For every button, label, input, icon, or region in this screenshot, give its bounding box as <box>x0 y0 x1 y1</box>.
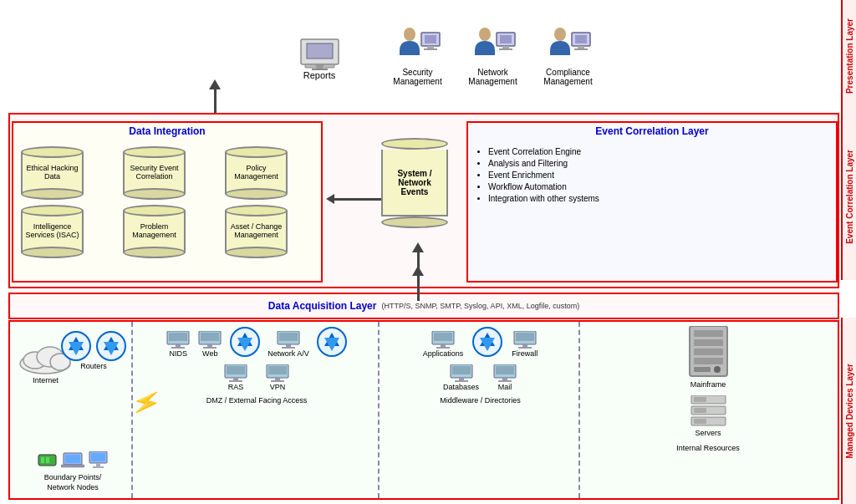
data-integration-box: Data Integration Ethical HackingData Sec… <box>12 121 323 283</box>
routers-area: Routers <box>60 330 127 370</box>
svg-rect-52 <box>279 333 298 341</box>
ecl-item-4: Workflow Automation <box>488 182 828 191</box>
ras-label: RAS <box>228 383 244 391</box>
event-corr-title: Event Correlation Layer <box>468 123 836 140</box>
svg-rect-75 <box>522 344 527 347</box>
svg-rect-19 <box>574 48 588 50</box>
security-mgmt-icon <box>393 26 443 68</box>
mail-device: Mail <box>492 364 517 391</box>
svg-rect-60 <box>233 378 238 380</box>
servers-device: Servers <box>583 395 833 437</box>
v-line-3 <box>417 276 420 301</box>
security-management: Security Management <box>393 26 443 86</box>
ras-icon <box>223 364 248 383</box>
network-mgmt-icon <box>468 26 518 68</box>
servers-icon <box>690 395 727 429</box>
network-management: Network Management <box>468 26 518 86</box>
svg-rect-9 <box>424 48 437 50</box>
data-integration-title: Data Integration <box>13 123 321 140</box>
managed-devices-layer-label: Managed Devices Layer <box>841 318 856 504</box>
dashed-divider-3 <box>578 322 580 498</box>
app-router <box>471 326 503 358</box>
svg-rect-82 <box>496 366 514 374</box>
data-acq-section: Data Acquisition Layer (HTTP/S, SNMP, SM… <box>8 293 839 319</box>
event-correlation-layer-label: Event Correlation Layer <box>841 113 856 280</box>
svg-rect-12 <box>500 35 512 43</box>
dmz-area: NIDS Web <box>135 326 378 405</box>
firewall-device: Firewall <box>512 331 538 358</box>
svg-rect-38 <box>96 463 100 466</box>
event-corr-inner-box: Event Correlation Layer Event Correlatio… <box>466 121 838 283</box>
boundary-icons <box>14 451 131 470</box>
managed-devices-section: Internet Routers <box>8 320 839 500</box>
svg-rect-78 <box>452 366 471 374</box>
svg-rect-80 <box>455 380 468 382</box>
db-bottom <box>225 188 288 200</box>
system-network-cylinder: System /NetworkEvents <box>381 138 448 228</box>
arrowhead-left <box>326 194 334 204</box>
app-firewall-area: Applications Firewall <box>382 326 578 405</box>
reports-area: Reports <box>297 33 343 80</box>
svg-rect-41 <box>169 333 187 341</box>
svg-rect-79 <box>459 378 464 380</box>
db-top <box>225 146 288 158</box>
svg-rect-43 <box>171 347 185 349</box>
svg-rect-63 <box>268 366 287 374</box>
routers-label: Routers <box>80 362 107 370</box>
router-icon-1 <box>60 330 92 362</box>
svg-rect-88 <box>694 349 723 355</box>
svg-rect-67 <box>434 333 452 341</box>
web-device: Web <box>197 331 222 358</box>
svg-rect-74 <box>516 333 534 341</box>
web-icon <box>197 331 222 349</box>
svg-rect-69 <box>436 347 450 349</box>
compliance-mgmt-label: Compliance Management <box>543 68 592 86</box>
app-row: Applications Firewall <box>382 326 578 358</box>
databases-icon <box>449 364 474 383</box>
sn-bottom <box>381 216 448 228</box>
db-problem: ProblemManagement <box>119 205 190 258</box>
svg-point-90 <box>714 366 721 373</box>
db-top <box>21 205 84 216</box>
ecl-item-5: Integration with other systems <box>488 194 828 203</box>
ras-vpn-row: RAS VPN <box>135 364 378 391</box>
svg-rect-86 <box>694 330 723 337</box>
nids-icon <box>166 331 191 349</box>
app-icon <box>431 331 456 349</box>
svg-rect-76 <box>518 347 532 349</box>
db-bottom <box>123 188 186 200</box>
db-intelligence: IntelligenceServices (ISAC) <box>17 205 88 258</box>
db-bottom <box>123 247 186 258</box>
svg-rect-31 <box>41 457 44 463</box>
db-top <box>123 146 186 158</box>
arrowhead-up-3 <box>412 266 424 276</box>
middleware-label: Middleware / Directories <box>440 396 521 405</box>
svg-point-10 <box>479 28 491 41</box>
vpn-label: VPN <box>270 383 286 391</box>
svg-rect-65 <box>271 380 284 382</box>
ecl-item-1: Event Correlation Engine <box>488 147 828 156</box>
internal-label: Internal Resources <box>676 444 740 452</box>
svg-rect-46 <box>207 344 212 347</box>
applications-device: Applications <box>423 331 464 358</box>
databases-label: Databases <box>443 383 479 391</box>
svg-point-15 <box>554 28 566 41</box>
svg-rect-7 <box>425 35 436 43</box>
nids-label: NIDS <box>169 349 187 358</box>
arrow-up-from-managed <box>412 266 424 301</box>
svg-rect-89 <box>694 358 723 364</box>
mail-icon <box>492 364 517 383</box>
svg-rect-18 <box>578 46 584 48</box>
svg-rect-53 <box>286 344 291 347</box>
databases-device: Databases <box>443 364 479 391</box>
sn-body: System /NetworkEvents <box>381 150 448 216</box>
internal-label-area: Internal Resources <box>583 442 833 452</box>
laptop-icon <box>61 451 84 468</box>
presentation-section: Reports Security Management <box>8 2 839 110</box>
mainframe-label: Mainframe <box>690 380 726 389</box>
svg-rect-32 <box>46 457 49 463</box>
dmz-label: DMZ / External Facing Access <box>206 396 308 405</box>
svg-rect-83 <box>502 378 507 380</box>
db-bottom <box>21 188 84 200</box>
svg-rect-42 <box>176 344 181 347</box>
